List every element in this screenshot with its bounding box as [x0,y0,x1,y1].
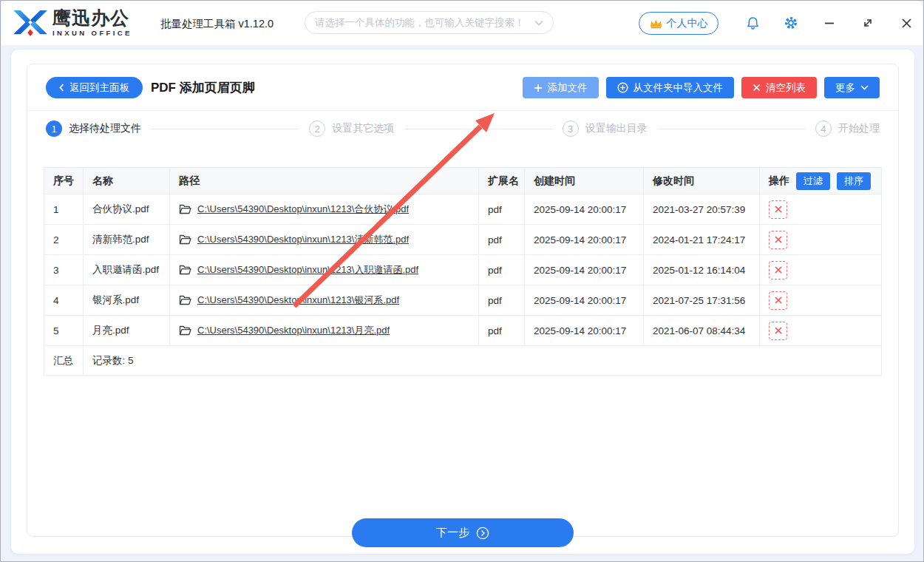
minimize-icon [823,17,835,29]
delete-row-button[interactable] [769,200,787,219]
cell-created: 2025-09-14 20:00:17 [525,225,644,255]
step-4-number: 4 [815,121,832,137]
chevron-down-icon [534,20,543,26]
settings-button[interactable] [782,14,800,32]
delete-row-button[interactable] [769,291,787,310]
back-to-dashboard-button[interactable]: 返回到主面板 [46,77,143,98]
cell-ext: pdf [479,316,525,346]
notifications-button[interactable] [744,14,761,32]
cell-index: 2 [44,225,84,255]
summary-row: 汇总 记录数: 5 [44,346,882,376]
search-placeholder: 请选择一个具体的功能，也可输入关键字搜索！ [315,16,525,30]
delete-row-button[interactable] [769,261,787,280]
col-header-path: 路径 [170,168,479,194]
back-label: 返回到主面板 [69,81,129,95]
folder-icon [179,295,191,305]
cell-modified: 2021-06-07 08:44:34 [644,316,760,346]
delete-x-icon [774,205,783,214]
cell-created: 2025-09-14 20:00:17 [525,194,644,225]
delete-row-button[interactable] [769,322,787,340]
folder-icon [179,265,191,275]
step-1-number: 1 [46,121,62,137]
next-step-button[interactable]: 下一步 [352,518,574,547]
cell-index: 4 [44,285,84,316]
step-4-label: 开始处理 [838,122,880,135]
file-actions: 添加文件 从文件夹中导入文件 清空列表 [523,77,880,98]
file-path-link[interactable]: C:\Users\54390\Desktop\inxun\1213\入职邀请函.… [197,263,418,277]
more-button[interactable]: 更多 [824,77,880,98]
cell-created: 2025-09-14 20:00:17 [525,316,644,346]
file-path-link[interactable]: C:\Users\54390\Desktop\inxun\1213\清新韩范.p… [197,233,409,246]
cell-ext: pdf [479,194,525,225]
filter-button[interactable]: 过滤 [796,172,830,190]
restore-icon [862,17,874,29]
cell-index: 1 [44,194,84,225]
cell-modified: 2025-01-12 16:14:04 [644,255,760,285]
step-3-label: 设置输出目录 [585,122,648,135]
brand-text: 鹰迅办公 INXUN OFFICE [52,9,132,37]
step-3-output-dir: 3 设置输出目录 [563,121,648,137]
cell-name: 入职邀请函.pdf [84,255,170,285]
add-files-label: 添加文件 [548,81,588,95]
cell-modified: 2021-03-27 20:57:39 [644,194,760,225]
clear-list-button[interactable]: 清空列表 [741,77,817,98]
page-title: PDF 添加页眉页脚 [151,79,255,96]
file-path-link[interactable]: C:\Users\54390\Desktop\inxun\1213\月亮.pdf [197,324,390,337]
minimize-button[interactable] [821,14,838,32]
cell-index: 3 [44,255,84,285]
table-row: 5月亮.pdfC:\Users\54390\Desktop\inxun\1213… [44,316,882,346]
more-label: 更多 [835,81,855,95]
file-table: 序号 名称 路径 扩展名 创建时间 修改时间 操作 过滤 排序 [44,167,881,376]
file-path-link[interactable]: C:\Users\54390\Desktop\inxun\1213\银河系.pd… [197,294,399,307]
table-row: 1合伙协议.pdfC:\Users\54390\Desktop\inxun\12… [44,194,882,225]
close-button[interactable] [897,14,915,32]
restore-button[interactable] [859,14,877,32]
step-connector [658,129,805,129]
step-4-start: 4 开始处理 [815,121,880,137]
content-card: 返回到主面板 PDF 添加页眉页脚 添加文件 [27,64,899,537]
cell-created: 2025-09-14 20:00:17 [525,255,644,285]
import-from-folder-button[interactable]: 从文件夹中导入文件 [606,77,735,98]
cell-name: 月亮.pdf [84,316,170,346]
folder-icon [179,325,191,336]
add-files-button[interactable]: 添加文件 [523,77,599,98]
chevron-down-icon [860,85,869,90]
function-search-select[interactable]: 请选择一个具体的功能，也可输入关键字搜索！ [305,11,554,34]
app-window: 鹰迅办公 INXUN OFFICE 批量处理工具箱 v1.12.0 请选择一个具… [0,0,924,562]
app-logo: 鹰迅办公 INXUN OFFICE [13,9,132,37]
plus-icon [534,84,543,92]
card-header: 返回到主面板 PDF 添加页眉页脚 添加文件 [46,77,880,98]
app-title: 批量处理工具箱 v1.12.0 [160,17,274,31]
delete-row-button[interactable] [769,231,787,249]
cell-modified: 2024-01-21 17:24:17 [644,225,760,255]
gear-icon [784,16,798,30]
step-indicator: 1 选择待处理文件 2 设置其它选项 3 设置输出目录 4 开始处理 [46,121,880,137]
col-header-actions: 操作 [769,175,789,188]
delete-x-icon [774,265,783,274]
titlebar: 鹰迅办公 INXUN OFFICE 批量处理工具箱 v1.12.0 请选择一个具… [1,1,923,45]
crown-icon [650,18,662,29]
brand-name-cn: 鹰迅办公 [52,9,132,27]
chevron-left-icon [59,84,64,92]
next-step-label: 下一步 [436,526,469,540]
table-row: 3入职邀请函.pdfC:\Users\54390\Desktop\inxun\1… [44,255,882,285]
sort-button[interactable]: 排序 [837,172,871,190]
cell-name: 清新韩范.pdf [84,225,170,255]
delete-x-icon [774,296,783,305]
step-1-label: 选择待处理文件 [69,122,141,135]
inxun-logo-icon [13,9,47,37]
table-row: 2清新韩范.pdfC:\Users\54390\Desktop\inxun\12… [44,225,882,255]
brand-name-en: INXUN OFFICE [52,30,132,37]
cell-name: 合伙协议.pdf [84,194,170,225]
col-header-modified: 修改时间 [644,168,760,194]
step-3-number: 3 [563,121,579,137]
step-connector [404,129,551,129]
personal-center-button[interactable]: 个人中心 [639,12,719,35]
file-path-link[interactable]: C:\Users\54390\Desktop\inxun\1213\合伙协议.p… [197,203,409,216]
bell-icon [747,16,759,30]
x-icon [753,84,761,92]
step-2-options: 2 设置其它选项 [309,121,394,137]
col-header-index: 序号 [44,168,84,194]
table-row: 4银河系.pdfC:\Users\54390\Desktop\inxun\121… [44,285,882,316]
cell-created: 2025-09-14 20:00:17 [525,285,644,316]
